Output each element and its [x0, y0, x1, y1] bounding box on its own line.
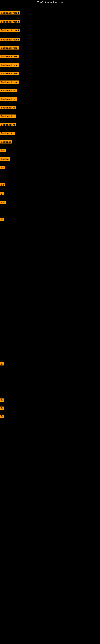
- bottleneck-badge: Bottleneck resul: [0, 55, 19, 58]
- bottleneck-badge: B: [0, 218, 3, 221]
- bottleneck-badge: Bottleneck resul: [0, 46, 19, 50]
- bottleneck-badge: Bottleneck re: [0, 114, 16, 118]
- bottleneck-badge: Bott: [0, 149, 6, 152]
- bottleneck-badge: Bottlen: [0, 158, 10, 160]
- bottleneck-badge: Bo: [0, 166, 5, 169]
- bottleneck-badge: Bottleneck res: [0, 98, 17, 100]
- site-title: TheBottlenecker.com: [0, 0, 100, 5]
- bottleneck-badge: Bottleneck resu: [0, 72, 19, 75]
- bottleneck-badge: Bottleneck resu: [0, 64, 19, 66]
- bottleneck-badge: Bottleneck result: [0, 11, 20, 14]
- bottleneck-badge: B: [0, 414, 3, 418]
- bottleneck-badge: Bottleneck resu: [0, 80, 19, 84]
- bottleneck-badge: Bottleneck result: [0, 28, 20, 32]
- bottleneck-badge: Bottlenec: [0, 140, 12, 144]
- bottleneck-badge: Bo: [0, 183, 5, 186]
- bottleneck-badge: B: [0, 406, 3, 410]
- bottleneck-badge: Bottleneck res: [0, 89, 17, 92]
- bottleneck-badge: Bottleneck re: [0, 106, 16, 109]
- bottleneck-badge: Bottleneck r: [0, 132, 15, 135]
- bottleneck-badge: Bottleneck result: [0, 20, 20, 23]
- bottleneck-badge: Bott: [0, 201, 6, 204]
- bottleneck-badge: B: [0, 362, 3, 366]
- bottleneck-badge: B: [0, 398, 3, 402]
- bottleneck-badge: B: [0, 192, 3, 196]
- bottleneck-badge: Bottleneck result: [0, 38, 20, 41]
- bottleneck-badge: Bottleneck re: [0, 123, 16, 126]
